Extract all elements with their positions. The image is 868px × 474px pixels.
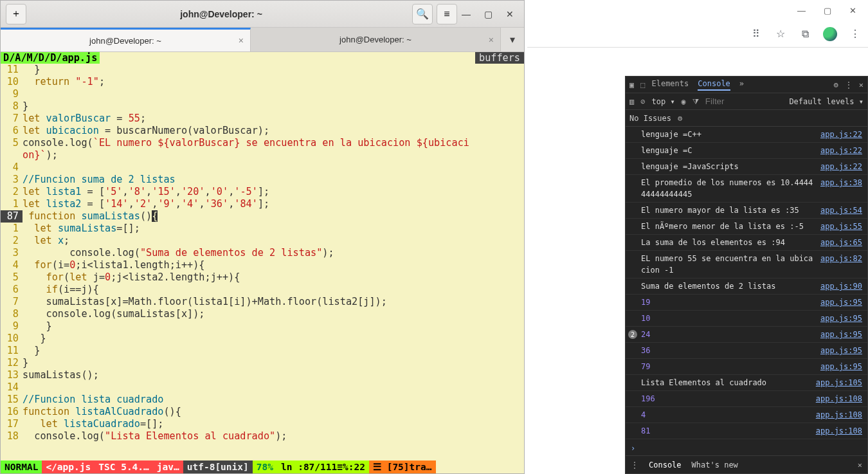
vim-code-area[interactable]: 11 }10 return "-1";98}7let valorBuscar =… xyxy=(1,64,524,460)
log-source-link[interactable]: app.js:108 xyxy=(811,393,862,405)
log-source-link[interactable]: app.js:82 xyxy=(815,253,862,276)
log-source-link[interactable]: app.js:95 xyxy=(815,329,862,340)
kebab-icon[interactable]: ⋮ xyxy=(845,80,853,89)
code-line[interactable]: console.log(`EL numero ${valorBuscar} se… xyxy=(23,137,469,149)
code-line[interactable]: console.log("Suma de elementos de 2 list… xyxy=(23,247,334,259)
console-log-line[interactable]: 196app.js:108 xyxy=(626,391,867,407)
log-levels-selector[interactable]: Default levels ▾ xyxy=(789,97,863,106)
log-source-link[interactable]: app.js:108 xyxy=(811,425,862,437)
issues-settings-icon[interactable]: ⚙ xyxy=(678,114,682,123)
console-prompt[interactable]: › xyxy=(626,441,867,455)
code-line[interactable]: return "-1"; xyxy=(23,76,105,88)
code-line[interactable]: let listaCuadrado=[]; xyxy=(23,418,163,430)
log-source-link[interactable]: app.js:108 xyxy=(811,409,862,421)
new-tab-button[interactable]: ＋ xyxy=(6,4,26,24)
tab-console[interactable]: Console xyxy=(698,79,730,91)
log-source-link[interactable]: app.js:54 xyxy=(815,205,862,216)
log-source-link[interactable]: app.js:55 xyxy=(815,221,862,232)
tab-close-icon[interactable]: × xyxy=(489,35,494,45)
log-source-link[interactable]: app.js:105 xyxy=(811,377,862,388)
code-line[interactable]: } xyxy=(23,357,28,369)
log-source-link[interactable]: app.js:90 xyxy=(815,280,862,292)
log-source-link[interactable]: app.js:95 xyxy=(815,361,862,372)
drawer-kebab-icon[interactable]: ⋮ xyxy=(631,460,638,469)
search-button[interactable]: 🔍 xyxy=(412,4,433,24)
console-log-line[interactable]: lenguaje =Capp.js:22 xyxy=(626,143,867,159)
console-log-line[interactable]: El nÃºmero menor de la lista es :-5app.j… xyxy=(626,219,867,235)
maximize-icon[interactable]: ▢ xyxy=(483,9,493,19)
console-log-line[interactable]: 36app.js:95 xyxy=(626,343,867,359)
tab-close-icon[interactable]: × xyxy=(239,35,244,46)
code-line[interactable]: //Funcion suma de 2 listas xyxy=(23,174,176,186)
code-line[interactable]: let valorBuscar = 55; xyxy=(23,113,146,125)
console-log-line[interactable]: El numero mayor de la lista es :35app.js… xyxy=(626,203,867,219)
maximize-icon[interactable]: ▢ xyxy=(824,6,831,15)
console-log-line[interactable]: El promedio de los numeros es 10.4444444… xyxy=(626,175,867,203)
sidebar-toggle-icon[interactable]: ▥ xyxy=(629,97,634,106)
log-source-link[interactable]: app.js:65 xyxy=(815,237,862,248)
log-source-link[interactable]: app.js:95 xyxy=(815,313,862,324)
inspect-icon[interactable]: ▣ xyxy=(629,80,634,89)
console-log-line[interactable]: Suma de elementos de 2 listasapp.js:90 xyxy=(626,278,867,295)
code-line[interactable]: let sumaListas=[]; xyxy=(23,223,140,235)
console-log-line[interactable]: 81app.js:108 xyxy=(626,423,867,439)
close-icon[interactable]: ✕ xyxy=(849,6,856,15)
code-line[interactable]: } xyxy=(23,333,46,345)
code-line[interactable]: function listaAlCuadrado(){ xyxy=(23,406,181,418)
code-line[interactable]: let lista1 = ['5','8','15','20','0','-5'… xyxy=(23,186,269,198)
device-icon[interactable]: ⬚ xyxy=(640,80,645,89)
log-source-link[interactable]: app.js:95 xyxy=(815,296,862,308)
console-log-line[interactable]: La suma de los elementos es :94app.js:65 xyxy=(626,235,867,251)
hamburger-menu[interactable]: ≡ xyxy=(437,4,457,24)
context-selector[interactable]: top ▾ xyxy=(651,97,674,106)
code-line[interactable]: } xyxy=(23,320,52,333)
drawer-tab-whatsnew[interactable]: What's new xyxy=(692,460,738,469)
log-source-link[interactable]: app.js:95 xyxy=(815,345,862,356)
bookmark-icon[interactable]: ☆ xyxy=(774,28,787,41)
console-log-line[interactable]: 224app.js:95 xyxy=(626,327,867,343)
code-line[interactable]: } xyxy=(23,345,40,357)
terminal-tab[interactable]: john@Developer: ~ × xyxy=(1,28,251,51)
translate-icon[interactable]: ⠿ xyxy=(750,28,763,41)
console-log-line[interactable]: lenguaje =C++app.js:22 xyxy=(626,127,867,143)
console-log-line[interactable]: lenguaje =JavaScriptsapp.js:22 xyxy=(626,159,867,175)
code-line[interactable]: let lista2 = ['14','2','9','4','36','84'… xyxy=(23,198,269,210)
minimize-icon[interactable]: — xyxy=(461,9,471,19)
tab-elements[interactable]: Elements xyxy=(651,79,689,91)
code-line[interactable]: sumaListas(); xyxy=(23,369,99,381)
kebab-menu-icon[interactable]: ⋮ xyxy=(849,28,862,41)
log-source-link[interactable]: app.js:22 xyxy=(815,129,862,140)
console-log-line[interactable]: 10app.js:95 xyxy=(626,311,867,327)
console-log-line[interactable]: 79app.js:95 xyxy=(626,359,867,375)
console-log-line[interactable]: 19app.js:95 xyxy=(626,295,867,311)
minimize-icon[interactable]: — xyxy=(797,6,806,15)
clear-console-icon[interactable]: ⊘ xyxy=(640,97,645,106)
log-source-link[interactable]: app.js:22 xyxy=(815,145,862,156)
console-log-line[interactable]: 4app.js:108 xyxy=(626,407,867,423)
code-line[interactable]: //Funcion lista cuadrado xyxy=(23,394,163,406)
avatar[interactable] xyxy=(823,27,837,41)
console-log-line[interactable]: 16app.js:108 xyxy=(626,439,867,441)
tab-dropdown-icon[interactable]: ▾ xyxy=(501,28,524,51)
vim-editor[interactable]: D/A/M/D/D/app.js buffers 11 }10 return "… xyxy=(1,52,524,473)
devtools-close-icon[interactable]: ✕ xyxy=(859,80,863,89)
close-icon[interactable]: ✕ xyxy=(505,9,515,19)
more-tabs-icon[interactable]: » xyxy=(739,79,744,91)
code-line[interactable]: let x; xyxy=(23,235,69,247)
code-line[interactable]: on}`); xyxy=(23,149,58,161)
code-line[interactable]: let ubicacion = buscarNumero(valorBuscar… xyxy=(23,125,269,137)
code-line[interactable]: function sumaListas(){ xyxy=(23,210,158,223)
drawer-tab-console[interactable]: Console xyxy=(649,460,682,469)
drawer-close-icon[interactable]: ✕ xyxy=(858,460,862,469)
terminal-tab[interactable]: john@Developer: ~ × xyxy=(251,28,501,51)
settings-icon[interactable]: ⚙ xyxy=(834,80,838,89)
code-line[interactable]: } xyxy=(23,64,40,76)
code-line[interactable]: if(i==j){ xyxy=(23,284,99,296)
console-log-line[interactable]: EL numero 55 se encuentra en la ubicacio… xyxy=(626,251,867,278)
live-expression-icon[interactable]: ◉ xyxy=(682,97,686,106)
code-line[interactable]: console.log("Lista Elementos al cuadrado… xyxy=(23,430,287,442)
extensions-icon[interactable]: ⧉ xyxy=(799,28,811,41)
code-line[interactable]: for(i=0;i<lista1.length;i++){ xyxy=(23,259,205,271)
code-line[interactable]: for(let j=0;j<lista2.length;j++){ xyxy=(23,271,240,284)
code-line[interactable]: console.log(sumaListas[x]); xyxy=(23,308,204,320)
